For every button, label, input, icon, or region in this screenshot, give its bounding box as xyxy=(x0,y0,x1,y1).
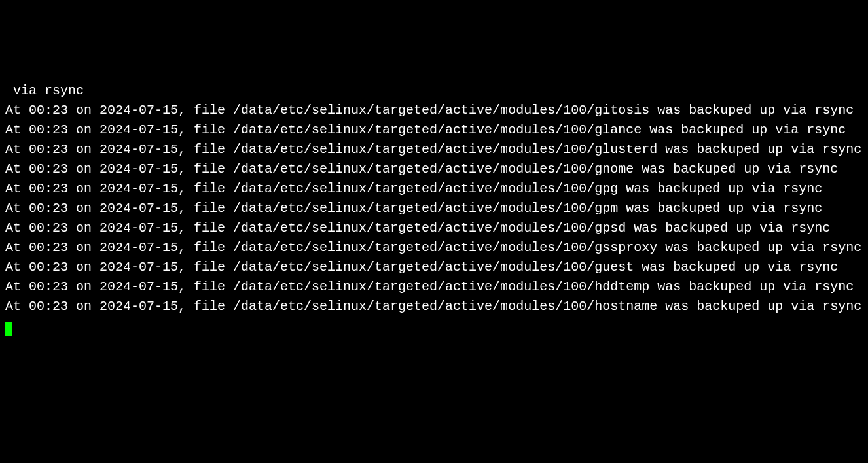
log-line: At 00:23 on 2024-07-15, file /data/etc/s… xyxy=(5,142,861,157)
log-line: At 00:23 on 2024-07-15, file /data/etc/s… xyxy=(5,220,830,235)
log-line: via rsync xyxy=(5,83,84,98)
log-line: At 00:23 on 2024-07-15, file /data/etc/s… xyxy=(5,181,822,196)
log-line: At 00:23 on 2024-07-15, file /data/etc/s… xyxy=(5,240,861,255)
terminal-cursor xyxy=(5,322,12,336)
log-line: At 00:23 on 2024-07-15, file /data/etc/s… xyxy=(5,299,861,314)
log-line: At 00:23 on 2024-07-15, file /data/etc/s… xyxy=(5,201,822,216)
log-line: At 00:23 on 2024-07-15, file /data/etc/s… xyxy=(5,122,846,137)
log-line: At 00:23 on 2024-07-15, file /data/etc/s… xyxy=(5,279,854,294)
log-line: At 00:23 on 2024-07-15, file /data/etc/s… xyxy=(5,260,838,275)
log-line: At 00:23 on 2024-07-15, file /data/etc/s… xyxy=(5,103,854,118)
log-line: At 00:23 on 2024-07-15, file /data/etc/s… xyxy=(5,162,838,177)
terminal-output[interactable]: via rsync At 00:23 on 2024-07-15, file /… xyxy=(5,81,863,336)
